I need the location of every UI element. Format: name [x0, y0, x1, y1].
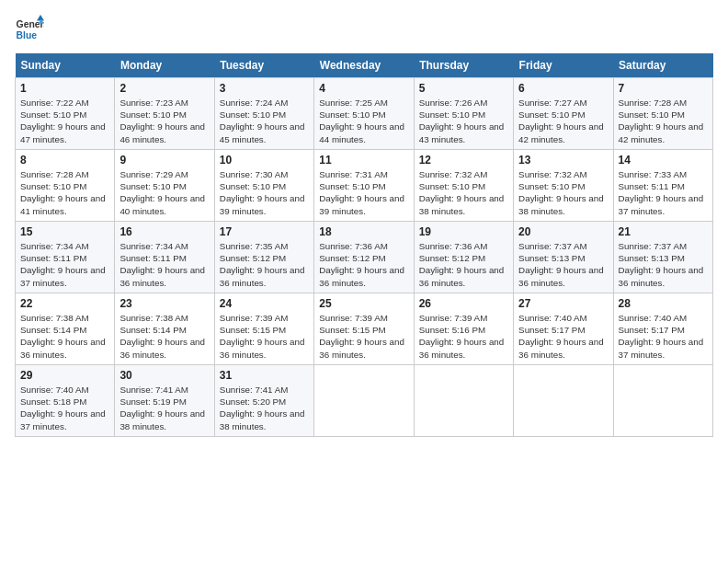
- week-row-2: 8 Sunrise: 7:28 AMSunset: 5:10 PMDayligh…: [16, 150, 713, 222]
- day-cell: 20 Sunrise: 7:37 AMSunset: 5:13 PMDaylig…: [514, 222, 613, 293]
- col-header-thursday: Thursday: [414, 53, 513, 78]
- day-cell: 7 Sunrise: 7:28 AMSunset: 5:10 PMDayligh…: [613, 78, 712, 150]
- day-cell: 8 Sunrise: 7:28 AMSunset: 5:10 PMDayligh…: [16, 150, 115, 222]
- day-number: 6: [518, 82, 608, 95]
- day-cell: 22 Sunrise: 7:38 AMSunset: 5:14 PMDaylig…: [16, 293, 115, 365]
- day-cell: [514, 365, 613, 437]
- day-info: Sunrise: 7:34 AMSunset: 5:11 PMDaylight:…: [119, 241, 205, 288]
- day-cell: [414, 365, 513, 437]
- day-cell: 13 Sunrise: 7:32 AMSunset: 5:10 PMDaylig…: [514, 150, 613, 222]
- day-number: 12: [419, 154, 508, 167]
- day-info: Sunrise: 7:36 AMSunset: 5:12 PMDaylight:…: [419, 241, 505, 288]
- day-cell: 14 Sunrise: 7:33 AMSunset: 5:11 PMDaylig…: [613, 150, 712, 222]
- day-number: 24: [220, 297, 309, 310]
- day-number: 31: [220, 369, 309, 382]
- week-row-5: 29 Sunrise: 7:40 AMSunset: 5:18 PMDaylig…: [16, 365, 713, 437]
- week-row-4: 22 Sunrise: 7:38 AMSunset: 5:14 PMDaylig…: [16, 293, 713, 365]
- day-number: 7: [619, 82, 708, 95]
- day-cell: 11 Sunrise: 7:31 AMSunset: 5:10 PMDaylig…: [314, 150, 414, 222]
- day-number: 9: [119, 154, 209, 167]
- logo-icon: General Blue: [15, 15, 44, 44]
- day-number: 22: [20, 297, 109, 310]
- day-number: 30: [119, 369, 209, 382]
- day-info: Sunrise: 7:32 AMSunset: 5:10 PMDaylight:…: [419, 169, 505, 216]
- calendar-table: SundayMondayTuesdayWednesdayThursdayFrid…: [15, 53, 713, 437]
- day-cell: 17 Sunrise: 7:35 AMSunset: 5:12 PMDaylig…: [214, 222, 313, 293]
- day-cell: [314, 365, 414, 437]
- col-header-monday: Monday: [115, 53, 214, 78]
- day-info: Sunrise: 7:26 AMSunset: 5:10 PMDaylight:…: [419, 98, 505, 144]
- day-info: Sunrise: 7:34 AMSunset: 5:11 PMDaylight:…: [20, 241, 106, 288]
- day-cell: 30 Sunrise: 7:41 AMSunset: 5:19 PMDaylig…: [115, 365, 214, 437]
- day-number: 21: [619, 225, 708, 238]
- day-number: 27: [518, 297, 608, 310]
- week-row-3: 15 Sunrise: 7:34 AMSunset: 5:11 PMDaylig…: [16, 222, 713, 293]
- day-cell: 6 Sunrise: 7:27 AMSunset: 5:10 PMDayligh…: [514, 78, 613, 150]
- col-header-sunday: Sunday: [16, 53, 115, 78]
- svg-marker-2: [37, 15, 44, 20]
- day-info: Sunrise: 7:23 AMSunset: 5:10 PMDaylight:…: [119, 98, 205, 144]
- day-info: Sunrise: 7:40 AMSunset: 5:17 PMDaylight:…: [518, 313, 604, 360]
- day-info: Sunrise: 7:22 AMSunset: 5:10 PMDaylight:…: [20, 98, 106, 144]
- day-info: Sunrise: 7:30 AMSunset: 5:10 PMDaylight:…: [220, 169, 305, 216]
- day-info: Sunrise: 7:27 AMSunset: 5:10 PMDaylight:…: [518, 98, 604, 144]
- day-number: 16: [119, 225, 209, 238]
- day-info: Sunrise: 7:28 AMSunset: 5:10 PMDaylight:…: [619, 98, 704, 144]
- day-cell: 3 Sunrise: 7:24 AMSunset: 5:10 PMDayligh…: [214, 78, 313, 150]
- col-header-friday: Friday: [514, 53, 613, 78]
- calendar-container: General Blue SundayMondayTuesdayWednesda…: [0, 0, 728, 446]
- day-cell: 21 Sunrise: 7:37 AMSunset: 5:13 PMDaylig…: [613, 222, 712, 293]
- day-info: Sunrise: 7:41 AMSunset: 5:20 PMDaylight:…: [220, 385, 305, 431]
- day-number: 17: [220, 225, 309, 238]
- day-cell: 12 Sunrise: 7:32 AMSunset: 5:10 PMDaylig…: [414, 150, 513, 222]
- day-cell: 23 Sunrise: 7:38 AMSunset: 5:14 PMDaylig…: [115, 293, 214, 365]
- col-header-tuesday: Tuesday: [214, 53, 313, 78]
- day-number: 26: [419, 297, 508, 310]
- day-number: 1: [20, 82, 109, 95]
- day-info: Sunrise: 7:39 AMSunset: 5:15 PMDaylight:…: [319, 313, 404, 360]
- day-number: 28: [619, 297, 708, 310]
- day-cell: 27 Sunrise: 7:40 AMSunset: 5:17 PMDaylig…: [514, 293, 613, 365]
- day-cell: 2 Sunrise: 7:23 AMSunset: 5:10 PMDayligh…: [115, 78, 214, 150]
- day-cell: [613, 365, 712, 437]
- day-cell: 18 Sunrise: 7:36 AMSunset: 5:12 PMDaylig…: [314, 222, 414, 293]
- day-number: 13: [518, 154, 608, 167]
- day-info: Sunrise: 7:39 AMSunset: 5:15 PMDaylight:…: [220, 313, 305, 360]
- day-cell: 16 Sunrise: 7:34 AMSunset: 5:11 PMDaylig…: [115, 222, 214, 293]
- day-info: Sunrise: 7:37 AMSunset: 5:13 PMDaylight:…: [518, 241, 604, 288]
- day-info: Sunrise: 7:38 AMSunset: 5:14 PMDaylight:…: [119, 313, 205, 360]
- day-number: 29: [20, 369, 109, 382]
- day-info: Sunrise: 7:36 AMSunset: 5:12 PMDaylight:…: [319, 241, 404, 288]
- day-info: Sunrise: 7:37 AMSunset: 5:13 PMDaylight:…: [619, 241, 704, 288]
- day-cell: 15 Sunrise: 7:34 AMSunset: 5:11 PMDaylig…: [16, 222, 115, 293]
- day-number: 11: [319, 154, 408, 167]
- day-info: Sunrise: 7:41 AMSunset: 5:19 PMDaylight:…: [119, 385, 205, 431]
- day-cell: 10 Sunrise: 7:30 AMSunset: 5:10 PMDaylig…: [214, 150, 313, 222]
- day-number: 2: [119, 82, 209, 95]
- day-cell: 29 Sunrise: 7:40 AMSunset: 5:18 PMDaylig…: [16, 365, 115, 437]
- day-info: Sunrise: 7:39 AMSunset: 5:16 PMDaylight:…: [419, 313, 505, 360]
- day-number: 3: [220, 82, 309, 95]
- day-info: Sunrise: 7:40 AMSunset: 5:17 PMDaylight:…: [619, 313, 704, 360]
- day-number: 4: [319, 82, 408, 95]
- day-cell: 31 Sunrise: 7:41 AMSunset: 5:20 PMDaylig…: [214, 365, 313, 437]
- header-row: SundayMondayTuesdayWednesdayThursdayFrid…: [16, 53, 713, 78]
- day-number: 15: [20, 225, 109, 238]
- day-info: Sunrise: 7:35 AMSunset: 5:12 PMDaylight:…: [220, 241, 305, 288]
- day-cell: 5 Sunrise: 7:26 AMSunset: 5:10 PMDayligh…: [414, 78, 513, 150]
- day-cell: 28 Sunrise: 7:40 AMSunset: 5:17 PMDaylig…: [613, 293, 712, 365]
- day-cell: 24 Sunrise: 7:39 AMSunset: 5:15 PMDaylig…: [214, 293, 313, 365]
- day-number: 23: [119, 297, 209, 310]
- day-cell: 19 Sunrise: 7:36 AMSunset: 5:12 PMDaylig…: [414, 222, 513, 293]
- day-number: 18: [319, 225, 408, 238]
- day-number: 10: [220, 154, 309, 167]
- day-info: Sunrise: 7:32 AMSunset: 5:10 PMDaylight:…: [518, 169, 604, 216]
- day-number: 14: [619, 154, 708, 167]
- day-number: 20: [518, 225, 608, 238]
- day-info: Sunrise: 7:29 AMSunset: 5:10 PMDaylight:…: [119, 169, 205, 216]
- day-info: Sunrise: 7:28 AMSunset: 5:10 PMDaylight:…: [20, 169, 106, 216]
- week-row-1: 1 Sunrise: 7:22 AMSunset: 5:10 PMDayligh…: [16, 78, 713, 150]
- day-info: Sunrise: 7:40 AMSunset: 5:18 PMDaylight:…: [20, 385, 106, 431]
- day-info: Sunrise: 7:31 AMSunset: 5:10 PMDaylight:…: [319, 169, 404, 216]
- day-info: Sunrise: 7:33 AMSunset: 5:11 PMDaylight:…: [619, 169, 704, 216]
